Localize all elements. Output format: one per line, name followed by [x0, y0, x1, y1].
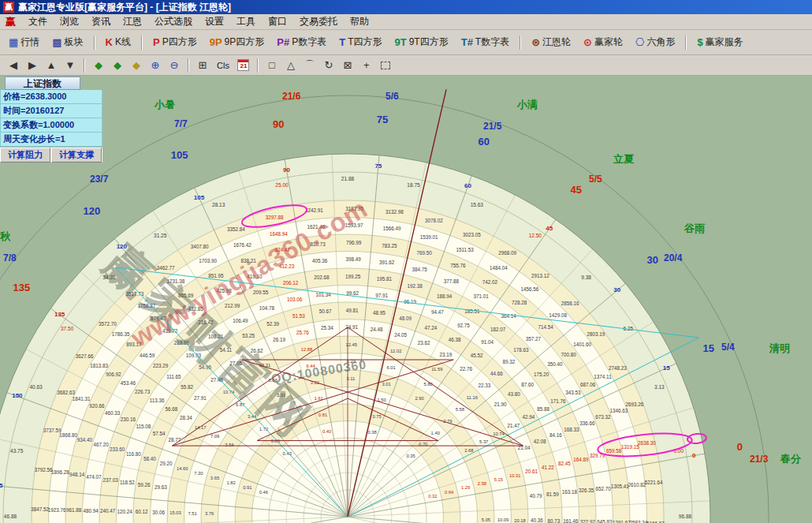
svg-text:796.99: 796.99: [346, 240, 362, 245]
toolbar-button-kline[interactable]: K K线: [100, 32, 136, 53]
zoom-out-button[interactable]: ⊖: [166, 58, 183, 73]
toolbar-button-label: K线: [115, 35, 131, 49]
menu-window[interactable]: 窗口: [262, 13, 293, 30]
svg-text:21.47: 21.47: [508, 423, 520, 428]
toolbar-button-hexagon[interactable]: ⎔ 六角形: [630, 32, 680, 53]
svg-text:2968.09: 2968.09: [498, 250, 516, 256]
calc-support-button[interactable]: 计算支撑: [51, 148, 102, 163]
gann-wheel-icon: ⊛: [531, 36, 540, 48]
svg-text:384.75: 384.75: [412, 267, 428, 272]
toolbar-button-p-table[interactable]: P# P数字表: [271, 32, 332, 53]
calendar-button[interactable]: 21: [235, 58, 252, 73]
svg-text:199.25: 199.25: [345, 274, 361, 279]
main-toolbar: ▦ 行情 ▩ 板块 K K线 P P四方形 9P 9P四方形 P# P数字表 T…: [0, 30, 812, 55]
cycle-step-field: 周天变化步长=1: [0, 133, 102, 147]
pointer-up-icon: ▲: [47, 59, 57, 71]
svg-text:5.15: 5.15: [494, 477, 503, 482]
toolbar-button-service[interactable]: $ 赢家服务: [691, 32, 748, 53]
toolbar-button-winner-wheel[interactable]: ⊙ 赢家轮: [578, 32, 628, 53]
gann-wheel[interactable]: 2638.302693.262748.232803.192858.162913.…: [0, 76, 812, 523]
rotate-tool-button[interactable]: ↻: [320, 58, 337, 73]
toolbar-button-gann-wheel[interactable]: ⊛ 江恩轮: [526, 32, 576, 53]
svg-text:45: 45: [570, 184, 581, 196]
svg-text:40.36: 40.36: [531, 517, 543, 523]
menu-file[interactable]: 文件: [22, 13, 54, 30]
svg-text:728.28: 728.28: [512, 300, 527, 305]
svg-text:948.14: 948.14: [69, 472, 85, 477]
toolbar-button-9t-square[interactable]: 9T 9T四方形: [389, 32, 454, 53]
panel-buttons-row: 计算阻力 计算支撑: [0, 148, 102, 163]
toolbar-button-label: 六角形: [646, 35, 675, 49]
winner-wheel-icon: ⊙: [583, 36, 592, 48]
svg-text:85.88: 85.88: [537, 406, 549, 412]
toolbar-button-9p-square[interactable]: 9P 9P四方形: [204, 32, 270, 53]
arc-tool-button[interactable]: ⌒: [301, 58, 318, 73]
svg-text:0.64: 0.64: [445, 490, 454, 495]
svg-text:60.12: 60.12: [136, 509, 148, 514]
svg-text:106.49: 106.49: [233, 318, 248, 323]
svg-text:5221.64: 5221.64: [645, 480, 663, 485]
svg-text:104.78: 104.78: [259, 305, 275, 311]
menu-trade[interactable]: 交易委托: [293, 13, 344, 30]
svg-text:659.58: 659.58: [606, 448, 622, 454]
svg-text:135: 135: [13, 282, 30, 293]
menu-settings[interactable]: 设置: [199, 13, 230, 30]
svg-text:50.67: 50.67: [319, 308, 332, 314]
zoom-in-button[interactable]: ⊕: [147, 58, 164, 73]
svg-text:0: 0: [692, 452, 696, 459]
svg-text:343.53: 343.53: [565, 390, 581, 395]
svg-text:75: 75: [377, 114, 388, 125]
diamond-button-1[interactable]: ◆: [90, 58, 107, 73]
menu-formula-stock-pick[interactable]: 公式选股: [148, 13, 199, 30]
svg-text:15: 15: [663, 364, 670, 372]
svg-text:178.63: 178.63: [513, 347, 529, 353]
svg-text:326.35: 326.35: [579, 488, 594, 493]
toolbar-button-t-table[interactable]: T# T数字表: [456, 32, 516, 53]
svg-text:209.55: 209.55: [253, 290, 269, 295]
toolbar-button-label: 赢家轮: [594, 35, 623, 49]
menu-tools[interactable]: 工具: [230, 13, 262, 30]
svg-text:161.46: 161.46: [563, 518, 579, 523]
select-region-button[interactable]: [377, 58, 394, 73]
move-tool-button[interactable]: +: [358, 58, 375, 73]
menu-gann[interactable]: 江恩: [117, 13, 148, 30]
go-forward-button[interactable]: ▶: [24, 58, 41, 73]
menu-news[interactable]: 资讯: [85, 13, 117, 30]
toolbar-button-sectors[interactable]: ▩ 板块: [47, 32, 88, 53]
svg-text:230.16: 230.16: [121, 417, 136, 422]
svg-text:480.94: 480.94: [83, 508, 99, 514]
cls-button[interactable]: Cls: [213, 58, 233, 73]
svg-text:29.63: 29.63: [155, 484, 167, 490]
calc-resistance-button[interactable]: 计算阻力: [0, 148, 50, 163]
9p-square-icon: 9P: [210, 36, 222, 48]
diamond-button-3[interactable]: ◆: [128, 58, 145, 73]
svg-text:0.81: 0.81: [318, 413, 327, 417]
diamond-button-2[interactable]: ◆: [109, 58, 126, 73]
pointer-up-button[interactable]: ▲: [43, 58, 60, 73]
svg-text:41.22: 41.22: [542, 465, 554, 470]
svg-text:40.63: 40.63: [29, 384, 43, 390]
toolbar-button-p-square[interactable]: P P四方形: [147, 32, 203, 53]
svg-text:21/3: 21/3: [750, 454, 769, 465]
service-icon: $: [697, 36, 702, 48]
go-back-button[interactable]: ◀: [5, 58, 22, 73]
svg-text:21/6: 21/6: [282, 91, 301, 102]
main-area: 2638.302693.262748.232803.192858.162913.…: [0, 76, 812, 523]
svg-text:1.40: 1.40: [431, 431, 440, 435]
svg-text:94.47: 94.47: [431, 309, 444, 315]
toolbar-button-label: 9P四方形: [225, 35, 265, 49]
svg-text:906.92: 906.92: [106, 372, 121, 377]
svg-text:37.50: 37.50: [61, 326, 74, 331]
svg-text:小满: 小满: [516, 99, 538, 110]
menu-browse[interactable]: 浏览: [54, 13, 85, 30]
rect-tool-button[interactable]: □: [263, 58, 281, 73]
go-back-icon: ◀: [9, 59, 17, 71]
filter-button[interactable]: ▼: [61, 58, 79, 73]
menu-help[interactable]: 帮助: [344, 13, 375, 30]
svg-text:97.91: 97.91: [375, 293, 388, 298]
triangle-tool-button[interactable]: △: [282, 58, 300, 73]
toolbar-button-quotes[interactable]: ▦ 行情: [3, 32, 45, 53]
grid-small-button[interactable]: ⊞: [194, 58, 211, 73]
toolbar-button-t-square[interactable]: T T四方形: [333, 32, 387, 53]
boxed-x-tool-button[interactable]: ⊠: [339, 58, 356, 73]
